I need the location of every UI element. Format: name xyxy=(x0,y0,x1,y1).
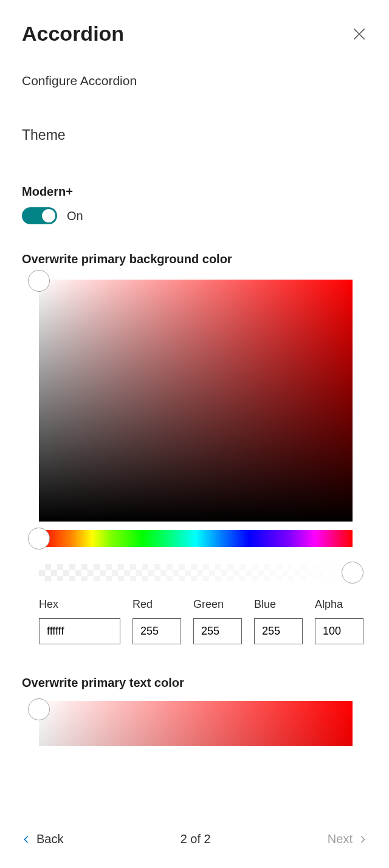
red-input[interactable] xyxy=(133,618,181,644)
text-saturation-value-area[interactable] xyxy=(39,701,353,746)
blue-input[interactable] xyxy=(254,618,303,644)
back-button-label: Back xyxy=(36,832,63,846)
hex-label: Hex xyxy=(39,598,120,611)
alpha-label: Alpha xyxy=(315,598,363,611)
toggle-knob xyxy=(42,209,55,222)
back-button[interactable]: Back xyxy=(22,832,63,846)
wizard-footer: Back 2 of 2 Next xyxy=(22,832,367,846)
theme-section-label: Theme xyxy=(22,127,367,143)
chevron-right-icon xyxy=(359,835,367,844)
toggle-state-label: On xyxy=(67,209,83,223)
text-satval-thumb[interactable] xyxy=(28,698,50,720)
modern-plus-toggle[interactable] xyxy=(22,207,57,224)
blue-label: Blue xyxy=(254,598,303,611)
text-color-label: Overwrite primary text color xyxy=(22,676,367,690)
page-indicator: 2 of 2 xyxy=(181,832,211,846)
bg-alpha-thumb[interactable] xyxy=(342,562,363,584)
hex-input[interactable] xyxy=(39,618,120,644)
config-panel: Accordion Configure Accordion Theme Mode… xyxy=(0,0,389,746)
chevron-left-icon xyxy=(22,835,30,844)
close-icon[interactable] xyxy=(351,26,367,42)
panel-subtitle: Configure Accordion xyxy=(22,74,367,88)
green-input[interactable] xyxy=(193,618,242,644)
next-button-label: Next xyxy=(328,832,353,846)
green-label: Green xyxy=(193,598,242,611)
bg-alpha-slider[interactable] xyxy=(39,564,353,581)
bg-color-label: Overwrite primary background color xyxy=(22,252,367,266)
red-label: Red xyxy=(133,598,181,611)
modern-plus-label: Modern+ xyxy=(22,185,367,199)
bg-alpha-overlay xyxy=(39,564,353,581)
panel-title: Accordion xyxy=(22,22,124,46)
alpha-input[interactable] xyxy=(315,618,363,644)
next-button: Next xyxy=(328,832,367,846)
bg-hue-slider[interactable] xyxy=(39,530,353,547)
bg-saturation-value-area[interactable] xyxy=(39,280,353,522)
bg-hue-thumb[interactable] xyxy=(28,528,50,549)
bg-satval-thumb[interactable] xyxy=(28,270,50,292)
